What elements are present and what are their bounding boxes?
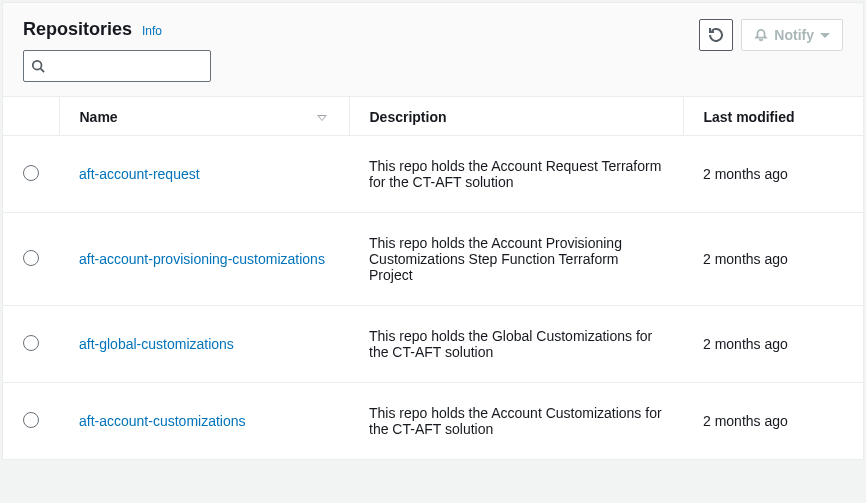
repo-name-link[interactable]: aft-account-provisioning-customizations [79, 251, 325, 267]
select-radio[interactable] [23, 412, 39, 428]
repo-last-modified: 2 months ago [683, 136, 863, 213]
table-body: aft-account-request This repo holds the … [3, 136, 863, 460]
table-header: Name Description Last modified [3, 97, 863, 136]
column-description-label: Description [370, 109, 447, 125]
repo-name-link[interactable]: aft-global-customizations [79, 336, 234, 352]
table-row: aft-global-customizations This repo hold… [3, 306, 863, 383]
column-name[interactable]: Name [59, 97, 349, 136]
repo-last-modified: 2 months ago [683, 383, 863, 460]
header-left: Repositories Info [23, 19, 211, 88]
select-radio[interactable] [23, 335, 39, 351]
repo-name-link[interactable]: aft-account-customizations [79, 413, 246, 429]
column-last-modified[interactable]: Last modified [683, 97, 863, 136]
page-title: Repositories [23, 19, 132, 40]
select-radio[interactable] [23, 165, 39, 181]
search-input[interactable] [23, 50, 211, 82]
info-link[interactable]: Info [142, 24, 162, 38]
bell-icon [754, 28, 768, 42]
repo-last-modified: 2 months ago [683, 213, 863, 306]
column-last-modified-label: Last modified [704, 109, 795, 125]
repo-last-modified: 2 months ago [683, 306, 863, 383]
select-radio[interactable] [23, 250, 39, 266]
refresh-icon [708, 27, 724, 43]
column-name-label: Name [80, 109, 118, 125]
table-row: aft-account-provisioning-customizations … [3, 213, 863, 306]
search-field [23, 50, 211, 82]
notify-label: Notify [774, 27, 814, 43]
repositories-table: Name Description Last modified aft-accou… [3, 97, 863, 459]
repositories-panel: Repositories Info [2, 2, 864, 460]
table-row: aft-account-request This repo holds the … [3, 136, 863, 213]
repo-name-link[interactable]: aft-account-request [79, 166, 200, 182]
notify-button[interactable]: Notify [741, 19, 843, 51]
repo-description: This repo holds the Global Customization… [349, 306, 683, 383]
panel-header: Repositories Info [3, 3, 863, 97]
sort-icon [317, 108, 327, 124]
column-select [3, 97, 59, 136]
repo-description: This repo holds the Account Request Terr… [349, 136, 683, 213]
title-row: Repositories Info [23, 19, 211, 40]
header-actions: Notify [699, 19, 843, 51]
repo-description: This repo holds the Account Provisioning… [349, 213, 683, 306]
refresh-button[interactable] [699, 19, 733, 51]
repo-description: This repo holds the Account Customizatio… [349, 383, 683, 460]
table-row: aft-account-customizations This repo hol… [3, 383, 863, 460]
column-description[interactable]: Description [349, 97, 683, 136]
chevron-down-icon [820, 33, 830, 38]
